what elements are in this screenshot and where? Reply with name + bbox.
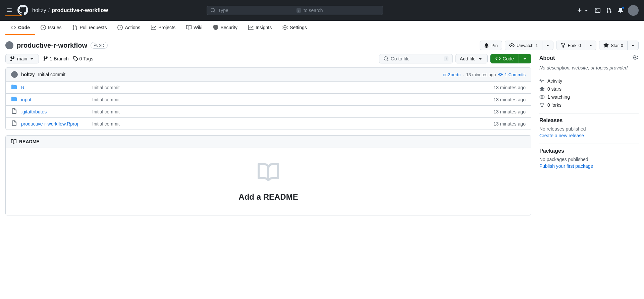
watching-link[interactable]: 1 watching [547,94,570,100]
repo-header-left: productive-r-workflow Public [5,41,108,49]
search-bar[interactable]: Type / to search [207,6,383,15]
sidebar-divider-1 [539,113,639,113]
github-logo[interactable] [17,5,28,16]
about-title: About [539,55,555,61]
tag-label: Tags [83,56,93,61]
tab-actions[interactable]: Actions [112,21,146,35]
forks-stat: 0 forks [539,101,639,109]
file-table: holtzy Initial commit cc2bedc · 13 minut… [5,67,531,130]
repo-name[interactable]: productive-r-workflow [52,7,108,13]
readme-large-book-icon [258,162,279,187]
publish-package-link[interactable]: Publish your first package [539,163,593,169]
tab-projects[interactable]: Projects [146,21,181,35]
file-name-R[interactable]: R [21,85,88,90]
branch-name: main [17,56,27,61]
about-settings-button[interactable] [632,54,639,62]
repo-header: productive-r-workflow Public Pin Unwatch… [0,35,644,54]
about-description: No description, website, or topics provi… [539,64,639,71]
go-to-file-input[interactable]: Go to file t [379,54,453,63]
add-file-button[interactable]: Add file [455,54,488,63]
notification-dot [622,6,625,9]
repo-header-actions: Pin Unwatch 1 Fork 0 [480,41,639,50]
repo-owner-avatar [5,41,13,49]
search-icon [210,8,216,13]
create-release-link[interactable]: Create a new release [539,133,584,138]
fork-icon [560,43,566,48]
unwatch-label: Unwatch [517,43,534,48]
settings-icon [282,25,288,30]
repo-breadcrumb: holtzy / productive-r-workflow [32,7,108,13]
activity-link[interactable]: Activity [547,78,562,84]
visibility-badge: Public [91,42,108,49]
branch-selector[interactable]: main [5,54,39,63]
branch-count-link[interactable]: 1 Branch [43,56,68,61]
unwatch-chevron-icon [545,43,550,48]
tab-pull-requests[interactable]: Pull requests [67,21,112,35]
fork-button[interactable]: Fork 0 [556,41,596,50]
eye-watching-icon [539,94,545,100]
folder-icon-input [11,96,17,103]
file-name-rproj[interactable]: productive-r-workflow.Rproj [21,121,88,127]
star-button[interactable]: Star 0 [599,41,639,50]
stars-link[interactable]: 0 stars [547,86,561,92]
commit-message-text: Initial commit [38,72,65,77]
branch-label: Branch [54,56,68,61]
hamburger-menu[interactable] [5,6,13,15]
activity-stat: Activity [539,77,639,85]
bell-icon-button[interactable] [616,6,625,14]
tab-projects-label: Projects [158,25,175,30]
file-name-gitattributes[interactable]: .gitattributes [21,109,88,114]
readme-section: README Add a README [5,135,531,215]
commit-dot: · [463,72,464,77]
tab-settings[interactable]: Settings [277,21,312,35]
new-item-button[interactable] [576,6,590,14]
file-row-rproj: productive-r-workflow.Rproj Initial comm… [6,118,531,130]
tab-pr-label: Pull requests [79,25,107,30]
packages-section: Packages No packages published Publish y… [539,148,639,169]
tab-code[interactable]: Code [5,21,35,35]
file-time-rproj: 13 minutes ago [493,121,526,127]
wiki-icon [186,25,192,30]
file-commit-input: Initial commit [92,97,489,102]
commit-author-name[interactable]: holtzy [21,72,35,77]
main-content: main 1 Branch [0,54,644,221]
fork-count: 0 [579,43,581,48]
branch-count: 1 [50,56,52,61]
pull-request-icon-button[interactable] [605,6,613,14]
security-icon [213,25,218,30]
tag-count-link[interactable]: 0 Tags [73,56,93,61]
releases-none-text: No releases published [539,126,639,132]
code-button[interactable]: Code [490,54,531,63]
commits-history-link[interactable]: 1 Commits [498,72,526,77]
content-left: main 1 Branch [5,54,531,215]
readme-book-icon [11,139,16,144]
tab-code-label: Code [18,25,30,30]
sidebar-divider-2 [539,144,639,144]
user-avatar[interactable] [628,5,639,16]
file-row-gitattributes: .gitattributes Initial commit 13 minutes… [6,106,531,118]
terminal-icon-button[interactable] [594,6,602,14]
stars-stat: 0 stars [539,85,639,93]
tab-security[interactable]: Security [208,21,243,35]
forks-link[interactable]: 0 forks [547,102,561,108]
insights-icon [248,25,254,30]
file-bar-right: Go to file t Add file [379,54,531,63]
file-name-input[interactable]: input [21,97,88,102]
repo-owner[interactable]: holtzy [32,7,46,13]
issues-icon [41,25,46,30]
pin-button[interactable]: Pin [480,41,502,50]
code-angle-icon [495,56,501,61]
tab-actions-label: Actions [125,25,140,30]
unwatch-button[interactable]: Unwatch 1 [505,41,553,50]
add-file-label: Add file [460,56,476,61]
pin-label: Pin [491,43,498,48]
commit-hash-link[interactable]: cc2bedc [442,72,461,77]
tab-insights[interactable]: Insights [243,21,277,35]
commit-meta: cc2bedc · 13 minutes ago 1 Commits [442,72,526,77]
releases-title: Releases [539,117,639,123]
tab-issues[interactable]: Issues [35,21,67,35]
star-icon [603,43,609,48]
tag-icon [73,56,78,61]
tab-issues-label: Issues [48,25,61,30]
tab-wiki[interactable]: Wiki [181,21,208,35]
